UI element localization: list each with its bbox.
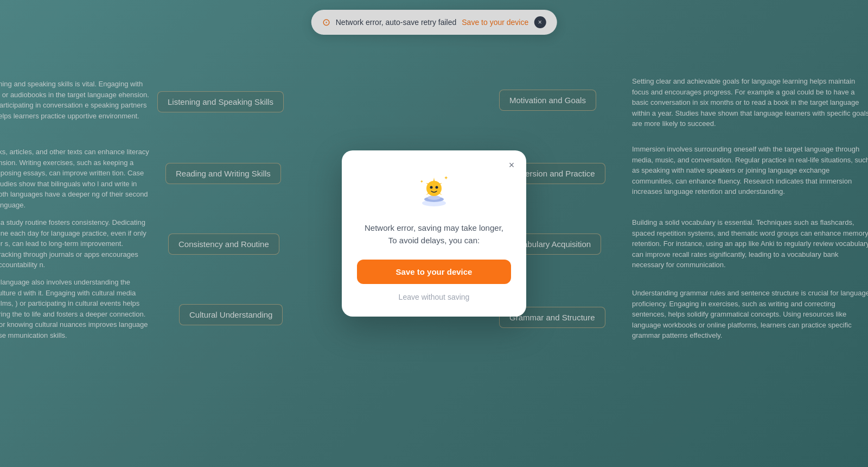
svg-text:✦: ✦: [444, 175, 448, 181]
svg-text:✦: ✦: [420, 179, 424, 184]
modal-close-button[interactable]: ×: [505, 158, 519, 172]
svg-point-12: [430, 186, 433, 189]
modal-illustration: ✦ ✦: [412, 168, 456, 211]
svg-point-13: [436, 186, 438, 189]
error-modal: ×: [342, 150, 526, 317]
modal-description: Network error, saving may take longer, T…: [357, 222, 511, 247]
modal-overlay: ×: [0, 0, 868, 467]
modal-save-button[interactable]: Save to your device: [357, 260, 511, 284]
svg-point-10: [427, 195, 441, 200]
modal-leave-button[interactable]: Leave without saving: [357, 293, 511, 301]
